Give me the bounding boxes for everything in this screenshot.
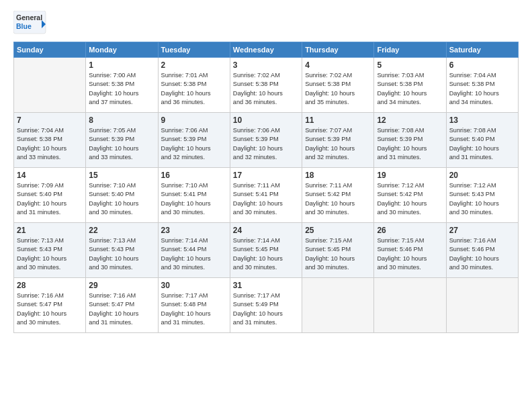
day-info: Sunrise: 7:01 AM Sunset: 5:38 PM Dayligh…: [161, 71, 227, 107]
day-cell: [446, 278, 518, 333]
day-number: 12: [377, 116, 443, 125]
day-info: Sunrise: 7:05 AM Sunset: 5:39 PM Dayligh…: [89, 126, 154, 162]
day-info: Sunrise: 7:02 AM Sunset: 5:38 PM Dayligh…: [305, 71, 371, 107]
weekday-saturday: Saturday: [446, 42, 518, 58]
day-number: 14: [17, 171, 83, 180]
day-info: Sunrise: 7:16 AM Sunset: 5:46 PM Dayligh…: [449, 236, 515, 272]
day-info: Sunrise: 7:06 AM Sunset: 5:39 PM Dayligh…: [233, 126, 299, 162]
day-cell: 18Sunrise: 7:11 AM Sunset: 5:42 PM Dayli…: [302, 168, 374, 223]
day-number: 16: [161, 171, 227, 180]
week-row-3: 14Sunrise: 7:09 AM Sunset: 5:40 PM Dayli…: [14, 168, 519, 223]
header: General Blue: [13, 11, 519, 35]
day-number: 5: [377, 60, 443, 70]
day-cell: 21Sunrise: 7:13 AM Sunset: 5:43 PM Dayli…: [14, 223, 86, 278]
day-cell: 1Sunrise: 7:00 AM Sunset: 5:38 PM Daylig…: [86, 58, 158, 113]
day-cell: 20Sunrise: 7:12 AM Sunset: 5:43 PM Dayli…: [446, 168, 518, 223]
day-info: Sunrise: 7:13 AM Sunset: 5:43 PM Dayligh…: [17, 236, 83, 272]
day-info: Sunrise: 7:17 AM Sunset: 5:49 PM Dayligh…: [233, 291, 299, 327]
svg-text:Blue: Blue: [16, 22, 32, 30]
day-number: 1: [89, 60, 154, 70]
day-info: Sunrise: 7:15 AM Sunset: 5:46 PM Dayligh…: [377, 236, 443, 272]
weekday-thursday: Thursday: [302, 42, 374, 58]
day-info: Sunrise: 7:09 AM Sunset: 5:40 PM Dayligh…: [17, 181, 83, 217]
day-cell: 12Sunrise: 7:08 AM Sunset: 5:39 PM Dayli…: [374, 113, 446, 168]
day-number: 8: [89, 116, 154, 125]
day-cell: 26Sunrise: 7:15 AM Sunset: 5:46 PM Dayli…: [374, 223, 446, 278]
day-number: 10: [233, 116, 299, 125]
day-info: Sunrise: 7:03 AM Sunset: 5:38 PM Dayligh…: [377, 71, 443, 107]
day-info: Sunrise: 7:10 AM Sunset: 5:41 PM Dayligh…: [161, 181, 227, 217]
day-cell: 28Sunrise: 7:16 AM Sunset: 5:47 PM Dayli…: [14, 278, 86, 333]
day-info: Sunrise: 7:10 AM Sunset: 5:40 PM Dayligh…: [89, 181, 154, 217]
day-number: 26: [377, 226, 443, 235]
day-cell: 7Sunrise: 7:04 AM Sunset: 5:38 PM Daylig…: [14, 113, 86, 168]
day-info: Sunrise: 7:02 AM Sunset: 5:38 PM Dayligh…: [233, 71, 299, 107]
day-info: Sunrise: 7:12 AM Sunset: 5:43 PM Dayligh…: [449, 181, 515, 217]
day-info: Sunrise: 7:14 AM Sunset: 5:45 PM Dayligh…: [233, 236, 299, 272]
day-number: 3: [233, 60, 299, 70]
day-info: Sunrise: 7:08 AM Sunset: 5:39 PM Dayligh…: [377, 126, 443, 162]
day-cell: 15Sunrise: 7:10 AM Sunset: 5:40 PM Dayli…: [86, 168, 158, 223]
day-cell: 19Sunrise: 7:12 AM Sunset: 5:42 PM Dayli…: [374, 168, 446, 223]
page: General Blue SundayMondayTuesdayWednesda…: [0, 0, 532, 411]
day-cell: 3Sunrise: 7:02 AM Sunset: 5:38 PM Daylig…: [230, 58, 302, 113]
week-row-4: 21Sunrise: 7:13 AM Sunset: 5:43 PM Dayli…: [14, 223, 519, 278]
day-cell: 17Sunrise: 7:11 AM Sunset: 5:41 PM Dayli…: [230, 168, 302, 223]
day-info: Sunrise: 7:17 AM Sunset: 5:48 PM Dayligh…: [161, 291, 227, 327]
day-info: Sunrise: 7:00 AM Sunset: 5:38 PM Dayligh…: [89, 71, 154, 107]
day-cell: 31Sunrise: 7:17 AM Sunset: 5:49 PM Dayli…: [230, 278, 302, 333]
week-row-2: 7Sunrise: 7:04 AM Sunset: 5:38 PM Daylig…: [14, 113, 519, 168]
day-cell: 9Sunrise: 7:06 AM Sunset: 5:39 PM Daylig…: [158, 113, 230, 168]
logo: General Blue: [13, 11, 47, 35]
day-number: 15: [89, 171, 154, 180]
day-cell: 22Sunrise: 7:13 AM Sunset: 5:43 PM Dayli…: [86, 223, 158, 278]
day-cell: 14Sunrise: 7:09 AM Sunset: 5:40 PM Dayli…: [14, 168, 86, 223]
day-cell: 6Sunrise: 7:04 AM Sunset: 5:38 PM Daylig…: [446, 58, 518, 113]
day-cell: 11Sunrise: 7:07 AM Sunset: 5:39 PM Dayli…: [302, 113, 374, 168]
weekday-sunday: Sunday: [14, 42, 86, 58]
day-cell: 2Sunrise: 7:01 AM Sunset: 5:38 PM Daylig…: [158, 58, 230, 113]
day-number: 4: [305, 60, 371, 70]
day-number: 20: [449, 171, 515, 180]
day-number: 22: [89, 226, 154, 235]
day-number: 21: [17, 226, 83, 235]
day-number: 9: [161, 116, 227, 125]
day-number: 27: [449, 226, 515, 235]
day-number: 19: [377, 171, 443, 180]
day-info: Sunrise: 7:04 AM Sunset: 5:38 PM Dayligh…: [449, 71, 515, 107]
weekday-tuesday: Tuesday: [158, 42, 230, 58]
day-cell: 16Sunrise: 7:10 AM Sunset: 5:41 PM Dayli…: [158, 168, 230, 223]
day-info: Sunrise: 7:16 AM Sunset: 5:47 PM Dayligh…: [89, 291, 154, 327]
day-info: Sunrise: 7:11 AM Sunset: 5:42 PM Dayligh…: [305, 181, 371, 217]
day-number: 18: [305, 171, 371, 180]
weekday-friday: Friday: [374, 42, 446, 58]
day-info: Sunrise: 7:16 AM Sunset: 5:47 PM Dayligh…: [17, 291, 83, 327]
day-cell: 4Sunrise: 7:02 AM Sunset: 5:38 PM Daylig…: [302, 58, 374, 113]
day-cell: 10Sunrise: 7:06 AM Sunset: 5:39 PM Dayli…: [230, 113, 302, 168]
weekday-wednesday: Wednesday: [230, 42, 302, 58]
day-cell: 27Sunrise: 7:16 AM Sunset: 5:46 PM Dayli…: [446, 223, 518, 278]
calendar: SundayMondayTuesdayWednesdayThursdayFrid…: [13, 42, 519, 333]
day-info: Sunrise: 7:07 AM Sunset: 5:39 PM Dayligh…: [305, 126, 371, 162]
day-number: 6: [449, 60, 515, 70]
day-cell: 23Sunrise: 7:14 AM Sunset: 5:44 PM Dayli…: [158, 223, 230, 278]
day-number: 2: [161, 60, 227, 70]
day-number: 23: [161, 226, 227, 235]
day-cell: 25Sunrise: 7:15 AM Sunset: 5:45 PM Dayli…: [302, 223, 374, 278]
day-info: Sunrise: 7:08 AM Sunset: 5:40 PM Dayligh…: [449, 126, 515, 162]
day-number: 31: [233, 281, 299, 290]
day-number: 28: [17, 281, 83, 290]
day-cell: [374, 278, 446, 333]
week-row-1: 1Sunrise: 7:00 AM Sunset: 5:38 PM Daylig…: [14, 58, 519, 113]
day-info: Sunrise: 7:12 AM Sunset: 5:42 PM Dayligh…: [377, 181, 443, 217]
svg-text:General: General: [16, 13, 42, 21]
day-info: Sunrise: 7:13 AM Sunset: 5:43 PM Dayligh…: [89, 236, 154, 272]
day-info: Sunrise: 7:04 AM Sunset: 5:38 PM Dayligh…: [17, 126, 83, 162]
day-cell: [14, 58, 86, 113]
weekday-monday: Monday: [86, 42, 158, 58]
day-cell: [302, 278, 374, 333]
day-cell: 13Sunrise: 7:08 AM Sunset: 5:40 PM Dayli…: [446, 113, 518, 168]
day-info: Sunrise: 7:06 AM Sunset: 5:39 PM Dayligh…: [161, 126, 227, 162]
day-cell: 5Sunrise: 7:03 AM Sunset: 5:38 PM Daylig…: [374, 58, 446, 113]
day-cell: 8Sunrise: 7:05 AM Sunset: 5:39 PM Daylig…: [86, 113, 158, 168]
